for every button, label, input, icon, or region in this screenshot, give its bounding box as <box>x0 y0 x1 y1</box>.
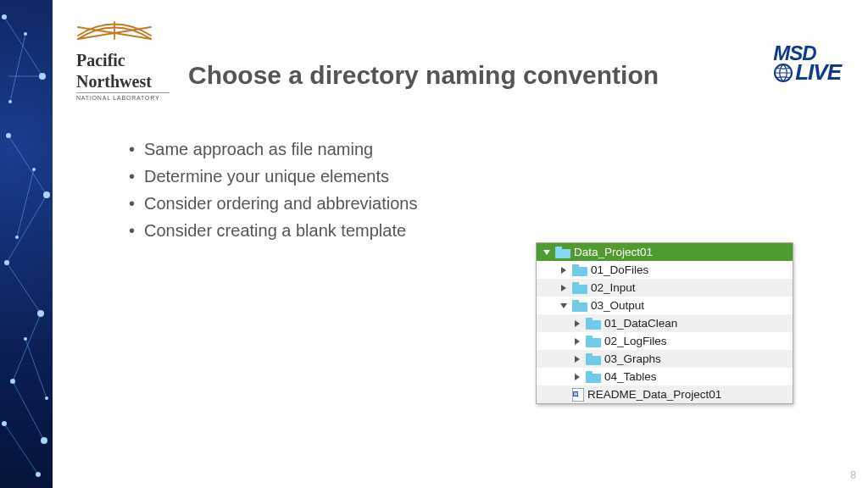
folder-icon <box>572 264 587 276</box>
tree-row: 04_Tables <box>537 368 793 385</box>
folder-icon <box>586 371 601 383</box>
chevron-right-icon <box>561 267 566 274</box>
svg-text:W: W <box>574 391 578 396</box>
pnnl-subtitle: NATIONAL LABORATORY <box>76 92 170 101</box>
svg-line-2 <box>8 136 47 195</box>
svg-line-6 <box>13 381 44 441</box>
msd-live-logo: MSD LIVE <box>773 44 841 83</box>
chevron-right-icon <box>575 356 580 363</box>
svg-point-14 <box>43 191 50 198</box>
live-text: LIVE <box>795 63 841 82</box>
chevron-right-icon <box>561 285 566 291</box>
bullet-item: Consider creating a blank template <box>129 217 417 244</box>
svg-line-7 <box>10 34 25 102</box>
svg-point-15 <box>4 260 9 265</box>
chevron-down-icon <box>543 250 550 255</box>
svg-rect-34 <box>572 264 579 269</box>
tree-item-label: 03_Output <box>591 299 644 312</box>
svg-point-11 <box>2 14 7 19</box>
tree-file-label: README_Data_Project01 <box>587 388 721 401</box>
svg-rect-38 <box>572 300 579 304</box>
tree-item-label: 04_Tables <box>604 370 657 383</box>
slide-title: Choose a directory naming convention <box>188 61 659 90</box>
svg-rect-44 <box>586 353 593 358</box>
tree-item-label: 01_DoFiles <box>591 263 648 276</box>
svg-point-18 <box>41 437 47 444</box>
tree-row: 03_Output <box>537 297 793 314</box>
tree-root-row: Data_Project01 <box>537 243 793 261</box>
tree-item-label: 02_Input <box>591 281 636 294</box>
document-icon: W <box>572 388 584 402</box>
chevron-right-icon <box>575 320 580 327</box>
folder-icon <box>586 353 601 365</box>
svg-rect-32 <box>555 247 562 251</box>
svg-point-24 <box>45 396 48 400</box>
svg-line-4 <box>7 263 41 313</box>
directory-tree-panel: Data_Project01 01_DoFiles 02_Input 03_Ou… <box>536 242 793 404</box>
svg-point-12 <box>39 73 46 80</box>
folder-icon <box>572 282 587 294</box>
slide: Pacific Northwest NATIONAL LABORATORY Ch… <box>0 0 868 488</box>
tree-item-label: 02_LogFiles <box>604 335 667 347</box>
tree-root-label: Data_Project01 <box>574 246 653 258</box>
bullet-item: Same approach as file naming <box>129 136 417 163</box>
svg-point-16 <box>37 310 44 317</box>
chevron-down-icon <box>560 303 567 308</box>
svg-point-25 <box>2 421 7 426</box>
tree-row: 01_DataClean <box>537 314 793 332</box>
pnnl-logo: Pacific Northwest NATIONAL LABORATORY <box>76 20 170 101</box>
decorative-network-strip <box>0 0 53 488</box>
svg-line-9 <box>25 339 47 398</box>
svg-point-22 <box>15 236 19 239</box>
svg-line-3 <box>7 195 47 263</box>
pnnl-name-line2: Northwest <box>76 74 170 90</box>
pnnl-name-line1: Pacific <box>76 53 170 69</box>
svg-point-20 <box>8 100 12 103</box>
page-number: 8 <box>850 469 856 481</box>
folder-icon <box>586 318 601 330</box>
svg-point-23 <box>24 337 27 341</box>
svg-point-21 <box>32 168 36 171</box>
tree-item-label: 03_Graphs <box>604 352 661 365</box>
pnnl-bridge-icon <box>76 20 153 44</box>
bullet-item: Determine your unique elements <box>129 163 417 190</box>
folder-icon <box>555 247 570 258</box>
svg-point-17 <box>10 379 15 384</box>
tree-row: W README_Data_Project01 <box>537 385 793 403</box>
svg-rect-42 <box>586 336 593 340</box>
bullet-item: Consider ordering and abbreviations <box>129 190 417 217</box>
svg-rect-40 <box>586 318 593 322</box>
svg-point-26 <box>36 472 41 477</box>
svg-rect-36 <box>572 282 579 286</box>
chevron-right-icon <box>575 338 580 345</box>
folder-icon <box>586 336 601 347</box>
globe-icon <box>773 63 793 83</box>
svg-line-5 <box>13 313 41 381</box>
tree-row: 03_Graphs <box>537 350 793 368</box>
svg-rect-46 <box>586 371 593 375</box>
svg-point-19 <box>24 32 27 36</box>
tree-row: 01_DoFiles <box>537 261 793 279</box>
svg-line-10 <box>4 424 38 474</box>
tree-row: 02_Input <box>537 279 793 297</box>
tree-item-label: 01_DataClean <box>604 317 677 330</box>
svg-line-8 <box>17 169 34 237</box>
svg-point-13 <box>6 133 11 138</box>
chevron-right-icon <box>575 374 580 380</box>
tree-row: 02_LogFiles <box>537 332 793 350</box>
folder-icon <box>572 300 587 312</box>
bullet-list: Same approach as file naming Determine y… <box>95 136 417 244</box>
network-graphic <box>0 0 53 488</box>
svg-line-0 <box>4 17 42 76</box>
